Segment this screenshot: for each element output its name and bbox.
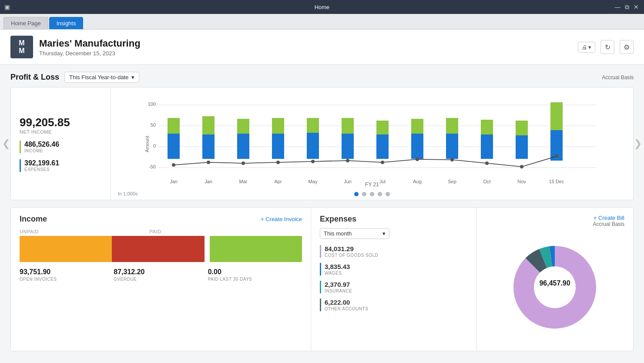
svg-rect-12 [202,116,215,134]
open-invoices-value: 93,751.90 [20,268,114,276]
avatar-line2: M [19,47,24,55]
donut-basis: Accrual Basis [593,221,624,227]
svg-rect-32 [550,102,563,130]
create-invoice-link[interactable]: + Create Invoice [261,216,302,222]
pnl-chart-svg: 100 50 0 -50 Amount [118,92,626,192]
svg-point-37 [311,160,315,163]
window-controls[interactable]: — ⧉ ✕ [614,3,639,11]
overdue-bar [112,236,204,262]
pnl-basis: Accrual Basis [602,74,634,81]
svg-text:Jun: Jun [344,179,352,184]
wages-value: 3,835.43 [325,263,467,270]
overdue-value: 87,312.20 [114,268,208,276]
header-right: 🖨 ▾ ↻ ⚙ [578,40,634,54]
net-income-metric: 99,205.85 NET INCOME [20,116,102,134]
svg-rect-15 [272,134,284,159]
insurance-value: 2,370.97 [325,281,467,288]
svg-text:Nov: Nov [517,179,526,184]
settings-button[interactable]: ⚙ [620,40,634,54]
svg-point-38 [346,159,349,162]
chart-dot-3[interactable] [370,192,374,196]
svg-rect-28 [481,120,493,134]
svg-text:Oct: Oct [483,179,490,184]
svg-rect-22 [376,121,389,134]
income-title: Income [20,215,47,224]
pnl-period-dropdown[interactable]: This Fiscal Year-to-date ▾ [64,72,139,83]
pnl-title: Profit & Loss [10,73,59,82]
svg-text:Jan: Jan [205,179,212,184]
net-income-value: 99,205.85 [20,116,102,129]
svg-text:Apr: Apr [274,179,282,184]
chart-dot-5[interactable] [386,192,390,196]
svg-rect-20 [342,118,354,134]
paid-bar [210,236,302,262]
maximize-button[interactable]: ⧉ [625,3,629,11]
svg-text:Aug: Aug [413,179,422,184]
svg-rect-16 [272,118,284,134]
expense-wages: 3,835.43 WAGES [320,263,467,276]
svg-rect-10 [168,118,180,134]
svg-point-41 [450,158,454,161]
svg-point-34 [207,161,210,164]
donut-header: + Create Bill Accrual Basis [485,215,624,227]
overdue-group: 87,312.20 OVERDUE [114,268,208,282]
donut-chart-container: 96,457.90 96,457.90 [485,231,624,344]
svg-text:96,457.90: 96,457.90 [539,279,570,287]
paid-label: PAID [150,229,235,234]
chart-unit: In 1,000s [118,191,138,196]
pnl-left-metrics: 99,205.85 NET INCOME 486,526.46 INCOME 3… [11,87,111,200]
expenses-value: 392,199.61 [24,159,102,167]
create-bill-link[interactable]: + Create Bill [594,215,624,221]
company-date: Thursday, December 15, 2023 [39,50,141,57]
income-label: INCOME [24,148,102,153]
cogs-value: 84,031.29 [325,245,467,252]
print-button[interactable]: 🖨 ▾ [578,42,595,53]
net-income-label: NET INCOME [20,129,102,134]
svg-text:Jul: Jul [379,179,386,184]
svg-rect-19 [342,134,354,159]
chart-dot-4[interactable] [378,192,382,196]
donut-section: + Create Bill Accrual Basis [476,208,633,351]
svg-text:Mar: Mar [239,179,248,184]
expense-cogs: 84,031.29 COST OF GOODS SOLD [320,245,467,258]
svg-text:Jan: Jan [170,179,178,184]
svg-point-42 [485,161,489,165]
open-invoices-group: 93,751.90 OPEN INVOICES [20,268,114,282]
close-button[interactable]: ✕ [634,3,639,11]
svg-rect-27 [481,134,493,159]
window-icon: ▣ [4,3,10,10]
expenses-period-dropdown[interactable]: This month ▾ [320,228,389,239]
svg-rect-17 [307,133,319,159]
period-label: This Fiscal Year-to-date [69,74,129,81]
expenses-period-label: This month [324,230,352,237]
wages-label: WAGES [325,271,467,276]
svg-rect-24 [411,119,423,134]
chart-footer-label: FY 21 [365,182,379,188]
income-value: 486,526.46 [24,141,102,148]
pnl-nav-left[interactable]: ❮ [2,138,10,149]
svg-text:0: 0 [153,143,156,148]
svg-rect-30 [516,121,528,135]
cogs-label: COST OF GOODS SOLD [325,253,467,258]
svg-rect-29 [516,135,528,159]
pnl-nav-right[interactable]: ❯ [634,138,642,149]
company-name: Maries' Manufacturing [39,38,141,49]
main-content: Profit & Loss This Fiscal Year-to-date ▾… [0,65,644,358]
svg-text:Amount: Amount [144,136,150,152]
chart-dot-2[interactable] [362,192,366,196]
svg-rect-14 [237,119,249,134]
svg-rect-13 [237,134,249,159]
svg-point-61 [534,266,576,308]
svg-text:100: 100 [148,101,156,107]
expense-other: 6,222.00 OTHER ACCOUNTS [320,299,467,311]
svg-point-35 [242,161,245,165]
unpaid-label: UNPAID [20,229,150,234]
print-dropdown-arrow: ▾ [588,44,591,50]
refresh-button[interactable]: ↻ [600,40,614,54]
svg-rect-25 [446,134,458,159]
chart-dot-1[interactable] [354,192,359,196]
other-value: 6,222.00 [325,299,467,306]
tab-insights[interactable]: Insights [49,17,84,29]
minimize-button[interactable]: — [614,3,621,11]
tab-home-page[interactable]: Home Page [3,17,48,29]
